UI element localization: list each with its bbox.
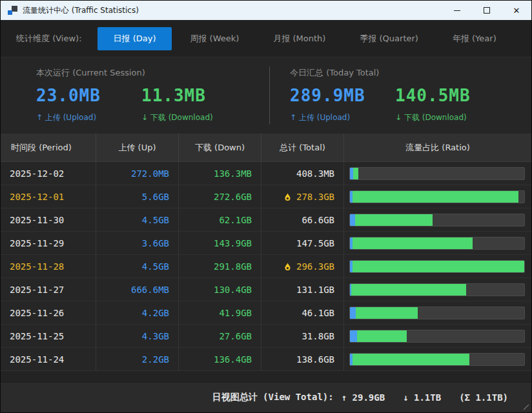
total-value: 31.8GB [302, 331, 334, 341]
ratio-bar-track [349, 330, 525, 343]
ratio-bar-track [349, 167, 525, 180]
view-tabbar: 统计维度 (View): 日报 (Day) 周报 (Week) 月报 (Mont… [1, 20, 531, 57]
download-cell: 130.4GB [179, 278, 261, 301]
total-cell: 46.1GB [261, 301, 344, 324]
total-value: 138.6GB [296, 354, 334, 365]
total-cell: 408.3MB [261, 162, 344, 185]
table-row[interactable]: 2025-11-28 4.5GB 291.8GB 296.3GB [1, 255, 531, 278]
download-cell: 272.6GB [179, 185, 261, 208]
stats-divider [269, 66, 270, 125]
table-row[interactable]: 2025-11-26 4.2GB 41.9GB 46.1GB [1, 301, 531, 325]
download-cell: 291.8GB [179, 255, 261, 277]
upload-value: 4.5GB [142, 215, 169, 225]
upload-cell: 666.6MB [96, 278, 179, 301]
footer-download-total: ↓ 1.1TB [403, 392, 441, 403]
total-cell: 296.3GB [261, 255, 344, 277]
tab-quarter[interactable]: 季报 (Quarter) [343, 27, 435, 50]
total-cell: 147.5GB [261, 232, 344, 254]
period-cell: 2025-12-01 [1, 185, 96, 208]
col-up: 上传 (Up) [96, 134, 179, 161]
period-cell: 2025-11-26 [1, 301, 96, 324]
upload-cell: 5.6GB [96, 185, 179, 208]
total-cell: 138.6GB [261, 348, 344, 370]
download-bar-segment [355, 214, 433, 226]
session-upload-caption: ↑ 上传 (Upload) [36, 112, 141, 123]
table-row[interactable]: 2025-11-29 3.6GB 143.9GB 147.5GB [1, 232, 531, 255]
footer-bar: 日视图总计 (View Total): ↑ 29.9GB ↓ 1.1TB (Σ … [1, 382, 531, 412]
hot-flame-icon [284, 262, 291, 271]
upload-value: 272.0MB [131, 168, 169, 179]
download-cell: 27.6GB [179, 325, 261, 347]
download-cell: 143.9GB [179, 232, 261, 254]
close-button[interactable]: ✕ [502, 1, 531, 20]
ratio-cell [344, 232, 531, 254]
table-row[interactable]: 2025-11-27 666.6MB 130.4GB 131.1GB [1, 278, 531, 301]
upload-bar-segment [350, 330, 357, 342]
upload-value: 2.2GB [142, 354, 169, 365]
upload-value: 4.5GB [142, 261, 169, 272]
ratio-cell [344, 255, 531, 277]
minimize-icon [454, 10, 460, 11]
tab-month[interactable]: 月报 (Month) [257, 27, 342, 50]
upload-value: 3.6GB [142, 238, 169, 248]
upload-value: 666.6MB [131, 285, 169, 295]
table-row[interactable]: 2025-11-24 2.2GB 136.4GB 138.6GB [1, 348, 531, 371]
download-bar-segment [356, 307, 418, 319]
table-header: 时间段 (Period) 上传 (Up) 下载 (Down) 总计 (Total… [1, 134, 531, 162]
download-bar-segment [351, 284, 466, 296]
tab-day[interactable]: 日报 (Day) [97, 27, 172, 50]
window-controls: ✕ [442, 1, 531, 20]
upload-cell: 2.2GB [96, 348, 179, 370]
period-cell: 2025-11-27 [1, 278, 96, 301]
download-value: 41.9GB [219, 308, 252, 318]
total-value: 131.1GB [296, 285, 334, 295]
download-cell: 62.1GB [179, 208, 261, 231]
tab-year[interactable]: 年报 (Year) [436, 27, 513, 50]
today-upload-caption: ↑ 上传 (Upload) [290, 112, 395, 123]
download-value: 62.1GB [219, 215, 252, 225]
col-period: 时间段 (Period) [1, 134, 96, 161]
download-cell: 41.9GB [179, 301, 261, 324]
ratio-cell [344, 301, 531, 324]
col-down: 下载 (Down) [179, 134, 261, 161]
close-icon: ✕ [513, 6, 520, 15]
tab-week[interactable]: 周报 (Week) [174, 27, 255, 50]
table-row[interactable]: 2025-11-25 4.3GB 27.6GB 31.8GB [1, 325, 531, 348]
table-row[interactable]: 2025-12-02 272.0MB 136.3MB 408.3MB [1, 162, 531, 185]
ratio-bar-track [349, 214, 525, 227]
today-total-panel: 今日汇总 (Today Total) 289.9MB ↑ 上传 (Upload)… [266, 57, 531, 134]
download-value: 27.6GB [219, 331, 252, 341]
ratio-bar-track [349, 260, 525, 273]
minimize-button[interactable] [442, 1, 472, 20]
resize-grip[interactable] [523, 404, 529, 410]
table-body: 2025-12-02 272.0MB 136.3MB 408.3MB 2025-… [1, 162, 531, 371]
period-cell: 2025-11-30 [1, 208, 96, 231]
download-bar-segment [353, 237, 473, 249]
table-row[interactable]: 2025-12-01 5.6GB 272.6GB 278.3GB [1, 185, 531, 208]
footer-total-label: 日视图总计 (View Total): [212, 392, 334, 403]
table-row[interactable]: 2025-11-30 4.5GB 62.1GB 66.6GB [1, 208, 531, 232]
app-window: 流量统计中心 (Traffic Statistics) ✕ 统计维度 (View… [0, 0, 532, 413]
upload-bar-segment [350, 307, 356, 319]
total-value: 278.3GB [296, 192, 334, 202]
total-cell: 66.6GB [261, 208, 344, 231]
titlebar[interactable]: 流量统计中心 (Traffic Statistics) ✕ [1, 1, 531, 20]
period-cell: 2025-11-29 [1, 232, 96, 254]
ratio-bar-track [349, 283, 525, 296]
session-download-caption: ↓ 下载 (Download) [141, 112, 247, 123]
total-value: 66.6GB [302, 215, 334, 225]
total-value: 296.3GB [296, 261, 334, 272]
ratio-bar-track [349, 307, 525, 319]
download-value: 136.3MB [214, 168, 252, 179]
view-tabs: 日报 (Day) 周报 (Week) 月报 (Month) 季报 (Quarte… [97, 27, 515, 50]
ratio-cell [344, 278, 531, 301]
view-dimension-label: 统计维度 (View): [16, 33, 82, 45]
period-cell: 2025-11-24 [1, 348, 96, 370]
maximize-button[interactable] [472, 1, 502, 20]
hot-flame-icon [284, 192, 291, 201]
session-upload-value: 23.0MB [36, 86, 141, 105]
stats-strip: 本次运行 (Current Session) 23.0MB ↑ 上传 (Uplo… [1, 57, 531, 134]
ratio-cell [344, 162, 531, 185]
download-bar-segment [353, 191, 518, 203]
total-cell: 131.1GB [261, 278, 344, 301]
